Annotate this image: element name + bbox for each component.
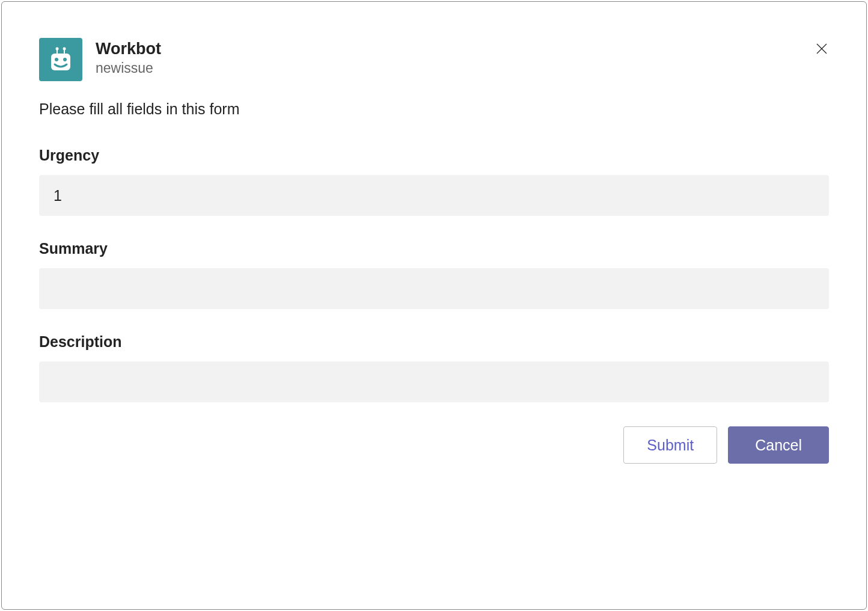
urgency-input[interactable] [39,175,829,216]
dialog-header: Workbot newissue [39,38,829,81]
submit-button[interactable]: Submit [623,426,717,464]
cancel-button[interactable]: Cancel [728,426,829,464]
description-label: Description [39,333,829,351]
dialog-subtitle: newissue [96,60,161,78]
form-instruction: Please fill all fields in this form [39,100,829,118]
svg-point-8 [63,58,67,61]
summary-label: Summary [39,240,829,257]
svg-point-2 [56,48,59,51]
summary-group: Summary [39,240,829,309]
description-group: Description [39,333,829,402]
dialog-title: Workbot [96,39,161,58]
close-icon [816,43,828,55]
svg-rect-6 [51,54,70,70]
svg-point-7 [55,58,58,61]
button-row: Submit Cancel [39,426,829,464]
modal-dialog: Workbot newissue Please fill all fields … [1,1,867,610]
urgency-label: Urgency [39,147,829,164]
bot-avatar [39,38,82,81]
summary-input[interactable] [39,268,829,309]
robot-icon [46,45,75,74]
urgency-group: Urgency [39,147,829,216]
description-input[interactable] [39,361,829,402]
close-button[interactable] [812,39,831,58]
header-text: Workbot newissue [96,38,161,78]
svg-point-3 [63,48,66,51]
